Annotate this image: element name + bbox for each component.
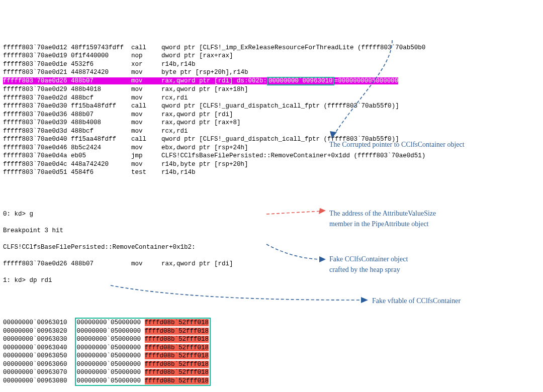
asm-line: fffff803`70ae0d21 4488742420 mov byte pt… bbox=[3, 68, 543, 77]
asm-line: fffff803`70ae0d4a eb05 jmp CLFS!CClfsBas… bbox=[3, 152, 543, 160]
dp-row: 00000000`00963010 00000000`05000000 ffff… bbox=[3, 318, 543, 327]
annotation-fake-vftable: Fake vftable of CClfsContainer bbox=[372, 296, 461, 306]
dp-row: 00000000`00963040 00000000`05000000 ffff… bbox=[3, 344, 543, 352]
asm-line: fffff803`70ae0d1e 4532f6 xor r14b,r14b bbox=[3, 60, 543, 69]
asm-line: fffff803`70ae0d36 488b07 mov rax,qword p… bbox=[3, 111, 543, 119]
asm-line: fffff803`70ae0d29 488b4018 mov rax,qword… bbox=[3, 85, 543, 94]
annotation-fake-cclfs: Fake CClfsContainer object crafted by th… bbox=[329, 254, 408, 275]
breakpoint-hit: Breakpoint 3 hit bbox=[3, 227, 543, 235]
asm-line: fffff803`70ae0d3d 488bcf mov rcx,rdi bbox=[3, 127, 543, 136]
dp-row: 00000000`00963080 00000000`05000000 ffff… bbox=[3, 377, 543, 386]
asm-line: fffff803`70ae0d51 4584f6 test r14b,r14b bbox=[3, 168, 543, 177]
asm-line: fffff803`70ae0d12 48ff159743fdff call qw… bbox=[3, 44, 543, 52]
dp-row: 00000000`00963070 00000000`05000000 ffff… bbox=[3, 368, 543, 377]
memory-dump-dp: 00000000`00963010 00000000`05000000 ffff… bbox=[3, 318, 543, 386]
asm-line: fffff803`70ae0d26 488b07 mov rax,qword p… bbox=[3, 77, 543, 86]
asm-line: fffff803`70ae0d30 ff15ba48fdff call qwor… bbox=[3, 102, 543, 111]
symbol-line: CLFS!CClfsBaseFilePersisted::RemoveConta… bbox=[3, 243, 543, 252]
disassembly-listing: fffff803`70ae0d12 48ff159743fdff call qw… bbox=[3, 44, 543, 177]
disasm-at-break: fffff803`70ae0d26 488b07 mov rax,qword p… bbox=[3, 260, 543, 268]
dp-row: 00000000`00963020 00000000`05000000 ffff… bbox=[3, 327, 543, 336]
kd-prompt-dp: 1: kd> dp rdi bbox=[3, 276, 543, 285]
asm-line: fffff803`70ae0d2d 488bcf mov rcx,rdi bbox=[3, 94, 543, 103]
asm-line: fffff803`70ae0d39 488b4008 mov rax,qword… bbox=[3, 119, 543, 127]
kd-prompt: 0: kd> g bbox=[3, 210, 543, 219]
dp-row: 00000000`00963050 00000000`05000000 ffff… bbox=[3, 352, 543, 360]
annotation-corrupted-pointer: The Corrupted pointer to CClfsContainer … bbox=[329, 139, 465, 150]
debugger-output: 0: kd> g Breakpoint 3 hit CLFS!CClfsBase… bbox=[3, 202, 543, 293]
dp-row: 00000000`00963060 00000000`05000000 ffff… bbox=[3, 360, 543, 369]
annotation-attr-value-size: The address of the AttributeValueSize me… bbox=[329, 208, 436, 229]
asm-line: fffff803`70ae0d19 0f1f440000 nop dword p… bbox=[3, 52, 543, 60]
svg-marker-3 bbox=[361, 297, 368, 303]
dp-row: 00000000`00963030 00000000`05000000 ffff… bbox=[3, 335, 543, 344]
asm-line: fffff803`70ae0d4c 448a742420 mov r14b,by… bbox=[3, 160, 543, 169]
